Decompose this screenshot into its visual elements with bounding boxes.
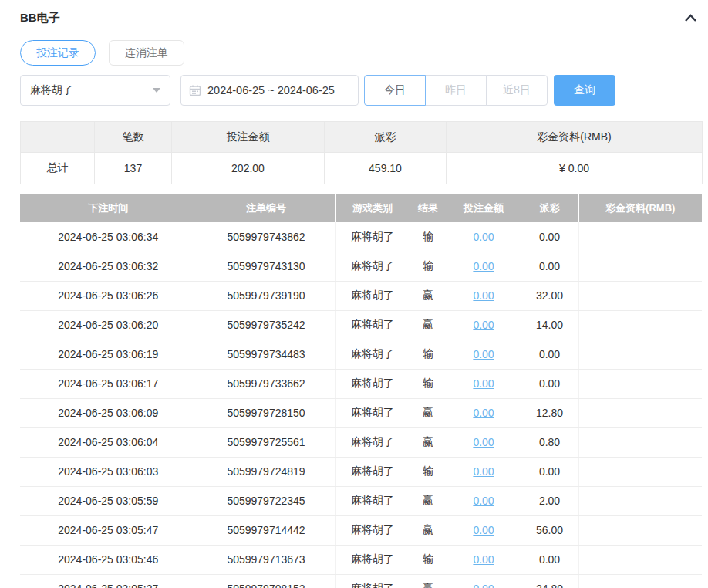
cell-payout: 0.00 (521, 252, 578, 281)
cell-time: 2024-06-25 03:06:20 (20, 310, 197, 340)
cell-result: 输 (410, 369, 447, 398)
detail-header-bonus: 彩金资料(RMB) (578, 194, 702, 222)
detail-row: 2024-06-25 03:06:205059979735242麻将胡了赢0.0… (20, 310, 702, 340)
cell-order: 5059979724819 (197, 457, 335, 486)
date-range-input[interactable]: 2024-06-25 ~ 2024-06-25 (180, 75, 359, 106)
search-button[interactable]: 查询 (554, 75, 615, 106)
summary-header-payout: 派彩 (325, 122, 447, 153)
today-button[interactable]: 今日 (364, 75, 426, 106)
detail-row: 2024-06-25 03:06:345059979743862麻将胡了输0.0… (20, 222, 702, 252)
detail-row: 2024-06-25 03:05:275059979708152麻将胡了赢0.0… (20, 574, 702, 588)
game-select[interactable]: 麻将胡了 (20, 75, 170, 106)
bet-amount-link[interactable]: 0.00 (473, 524, 494, 536)
cell-bet: 0.00 (447, 545, 521, 574)
cell-result: 输 (410, 545, 447, 574)
cell-payout: 24.80 (521, 574, 578, 588)
cell-bet: 0.00 (447, 281, 521, 310)
detail-table: 下注时间 注单编号 游戏类别 结果 投注金额 派彩 彩金资料(RMB) 2024… (20, 194, 702, 588)
detail-row: 2024-06-25 03:06:035059979724819麻将胡了输0.0… (20, 457, 702, 486)
cell-time: 2024-06-25 03:06:19 (20, 340, 197, 369)
summary-header-bet-amount: 投注金额 (172, 122, 325, 153)
cell-order: 5059979743130 (197, 252, 335, 281)
bet-amount-link[interactable]: 0.00 (473, 289, 494, 302)
detail-header-result: 结果 (410, 194, 447, 222)
bet-amount-link[interactable]: 0.00 (473, 231, 494, 243)
filter-bar: 麻将胡了 2024-06-25 ~ 2024-06-25 今日 昨日 近8日 查… (20, 75, 702, 106)
cell-payout: 2.00 (521, 486, 578, 515)
yesterday-button[interactable]: 昨日 (425, 75, 487, 106)
collapse-button[interactable] (684, 13, 697, 22)
cell-game: 麻将胡了 (335, 515, 410, 545)
cell-time: 2024-06-25 03:05:27 (20, 574, 197, 588)
bet-records-panel: BB电子 投注记录 连消注单 麻将胡了 (0, 0, 708, 588)
detail-row: 2024-06-25 03:06:175059979733662麻将胡了输0.0… (20, 369, 702, 398)
detail-row: 2024-06-25 03:06:095059979728150麻将胡了赢0.0… (20, 398, 702, 427)
cell-result: 输 (410, 340, 447, 369)
detail-row: 2024-06-25 03:06:045059979725561麻将胡了赢0.0… (20, 427, 702, 457)
last-8-days-button[interactable]: 近8日 (486, 75, 548, 106)
bet-amount-link[interactable]: 0.00 (473, 407, 494, 419)
cell-order: 5059979735242 (197, 310, 335, 340)
tab-cancelled-orders[interactable]: 连消注单 (109, 40, 184, 66)
bet-amount-link[interactable]: 0.00 (473, 377, 494, 390)
cell-payout: 0.00 (521, 545, 578, 574)
cell-result: 赢 (410, 310, 447, 340)
cell-bonus (578, 340, 702, 369)
summary-header-count: 笔数 (95, 122, 172, 153)
cell-time: 2024-06-25 03:06:32 (20, 252, 197, 281)
cell-result: 赢 (410, 515, 447, 545)
cell-game: 麻将胡了 (335, 486, 410, 515)
cell-bonus (578, 457, 702, 486)
cell-payout: 0.00 (521, 340, 578, 369)
tab-bet-records[interactable]: 投注记录 (20, 40, 96, 66)
chevron-up-icon (684, 13, 697, 22)
cell-bet: 0.00 (447, 222, 521, 252)
game-select-value: 麻将胡了 (30, 83, 73, 97)
cell-bonus (578, 545, 702, 574)
bet-amount-link[interactable]: 0.00 (473, 583, 494, 588)
cell-time: 2024-06-25 03:06:04 (20, 427, 197, 457)
detail-row: 2024-06-25 03:05:475059979714442麻将胡了赢0.0… (20, 515, 702, 545)
cell-game: 麻将胡了 (335, 398, 410, 427)
detail-row: 2024-06-25 03:06:195059979734483麻将胡了输0.0… (20, 340, 702, 369)
cell-bonus (578, 369, 702, 398)
bet-amount-link[interactable]: 0.00 (473, 465, 494, 478)
bet-amount-link[interactable]: 0.00 (473, 319, 494, 331)
bet-amount-link[interactable]: 0.00 (473, 348, 494, 360)
cell-bet: 0.00 (447, 369, 521, 398)
cell-result: 赢 (410, 398, 447, 427)
cell-result: 输 (410, 252, 447, 281)
cell-result: 输 (410, 457, 447, 486)
cell-game: 麻将胡了 (335, 310, 410, 340)
detail-header-payout: 派彩 (521, 194, 578, 222)
cell-payout: 0.80 (521, 427, 578, 457)
summary-header-bonus: 彩金资料(RMB) (447, 122, 703, 153)
cell-order: 5059979743862 (197, 222, 335, 252)
summary-total-bet-amount: 202.00 (172, 153, 325, 184)
bet-amount-link[interactable]: 0.00 (473, 260, 494, 272)
cell-result: 赢 (410, 574, 447, 588)
cell-result: 赢 (410, 281, 447, 310)
cell-game: 麻将胡了 (335, 252, 410, 281)
cell-time: 2024-06-25 03:06:34 (20, 222, 197, 252)
cell-bonus (578, 310, 702, 340)
cell-order: 5059979734483 (197, 340, 335, 369)
cell-bet: 0.00 (447, 515, 521, 545)
cell-bonus (578, 252, 702, 281)
detail-header-row: 下注时间 注单编号 游戏类别 结果 投注金额 派彩 彩金资料(RMB) (20, 194, 702, 222)
summary-header-row: 笔数 投注金额 派彩 彩金资料(RMB) (21, 122, 703, 153)
bet-amount-link[interactable]: 0.00 (473, 436, 494, 448)
summary-table: 笔数 投注金额 派彩 彩金资料(RMB) 总计 137 202.00 459.1… (20, 121, 703, 184)
detail-header-game: 游戏类别 (335, 194, 410, 222)
cell-bet: 0.00 (447, 427, 521, 457)
bet-amount-link[interactable]: 0.00 (473, 553, 494, 566)
cell-bet: 0.00 (447, 398, 521, 427)
detail-header-time: 下注时间 (20, 194, 197, 222)
cell-game: 麻将胡了 (335, 545, 410, 574)
detail-row: 2024-06-25 03:05:465059979713673麻将胡了输0.0… (20, 545, 702, 574)
cell-order: 5059979725561 (197, 427, 335, 457)
cell-order: 5059979728150 (197, 398, 335, 427)
cell-order: 5059979708152 (197, 574, 335, 588)
bet-amount-link[interactable]: 0.00 (473, 495, 494, 507)
cell-game: 麻将胡了 (335, 369, 410, 398)
